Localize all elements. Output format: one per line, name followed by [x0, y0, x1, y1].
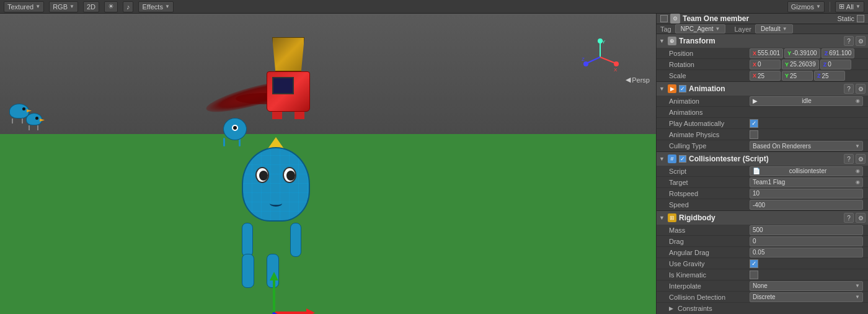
- rot-y-box[interactable]: Y 25.26039: [782, 60, 819, 70]
- animation-enable-checkbox[interactable]: ✓: [679, 85, 686, 92]
- rigidbody-component: ▼ ⊞ Rigidbody ? ⚙ Mass 500: [657, 211, 868, 314]
- bird-eye-1: [22, 107, 25, 110]
- collisiontester-component: ▼ # ✓ Collisiontester (Script) ? ⚙ Scrip…: [657, 152, 868, 211]
- collisiontester-header[interactable]: ▼ # ✓ Collisiontester (Script) ? ⚙: [657, 152, 868, 166]
- gizmos-button[interactable]: Gizmos ▼: [787, 1, 825, 12]
- effects-selector[interactable]: Effects ▼: [138, 1, 173, 12]
- position-row: Position X 555.001 Y -0.39100 Z 691.100: [657, 48, 868, 59]
- transform-header[interactable]: ▼ ⊕ Transform ? ⚙: [657, 34, 868, 48]
- play-auto-checkbox[interactable]: ✓: [750, 119, 758, 128]
- animation-title: Animation: [689, 84, 841, 93]
- rotspeed-label: Rotspeed: [669, 190, 750, 197]
- is-kinematic-checkbox[interactable]: [750, 271, 758, 279]
- object-active-checkbox[interactable]: [660, 15, 668, 22]
- layer-label: Layer: [734, 25, 751, 33]
- rot-z-box[interactable]: Z 0: [820, 60, 851, 70]
- rotspeed-input[interactable]: 10: [750, 189, 863, 199]
- rot-x-box[interactable]: X 0: [750, 60, 781, 70]
- pos-x-box[interactable]: X 555.001: [750, 48, 783, 58]
- animation-clip-row: Animation ▶ idle ◉: [657, 96, 868, 107]
- interpolate-text: None: [753, 282, 768, 289]
- angular-drag-text: 0.05: [753, 249, 764, 256]
- speed-value: -400: [750, 200, 863, 210]
- animate-physics-checkbox[interactable]: [750, 130, 758, 139]
- rigidbody-collapse-arrow: ▼: [659, 215, 665, 221]
- mass-input[interactable]: 500: [750, 225, 863, 235]
- blender-feet: [272, 112, 304, 119]
- animation-settings-button[interactable]: ⚙: [856, 84, 866, 94]
- collisiontester-content: Script 📄 collisiontester ◉ Target: [657, 166, 868, 210]
- tag-label: Tag: [660, 25, 671, 33]
- layers-label: ⊞: [839, 2, 844, 11]
- color-mode-label: RGB: [53, 3, 68, 11]
- culling-type-text: Based On Renderers: [753, 143, 811, 150]
- squid-small-character: [223, 118, 247, 146]
- view-2d-button[interactable]: 2D: [83, 1, 99, 12]
- pos-y-box[interactable]: Y -0.39100: [784, 48, 820, 58]
- object-static-label: Static: [837, 15, 854, 22]
- collisiontester-enable-checkbox[interactable]: ✓: [679, 155, 686, 163]
- squid-arms: [242, 223, 310, 257]
- scene-viewport[interactable]: Y X Z ◀ Persp: [0, 14, 656, 314]
- interpolate-row: Interpolate None ▼: [657, 280, 868, 292]
- audio-button[interactable]: ♪: [123, 1, 134, 12]
- collisiontester-settings-button[interactable]: ⚙: [856, 154, 866, 164]
- squid-mouth: [270, 200, 282, 207]
- transform-settings-button[interactable]: ⚙: [856, 36, 866, 46]
- scale-x-box[interactable]: X 25: [750, 71, 781, 81]
- squid-small-body: [223, 118, 247, 140]
- collisiontester-help-button[interactable]: ?: [844, 154, 854, 164]
- angular-drag-label: Angular Drag: [669, 249, 750, 256]
- use-gravity-row: Use Gravity ✓: [657, 258, 868, 269]
- angular-drag-input[interactable]: 0.05: [750, 248, 863, 258]
- rigidbody-settings-button[interactable]: ⚙: [856, 213, 866, 223]
- collisiontester-title: Collisiontester (Script): [689, 155, 841, 163]
- rigidbody-header[interactable]: ▼ ⊞ Rigidbody ? ⚙: [657, 211, 868, 225]
- gizmos-label: Gizmos: [791, 3, 814, 11]
- object-static-checkbox[interactable]: [857, 15, 864, 22]
- animations-row: Animations: [657, 107, 868, 118]
- persp-arrow: ◀: [626, 76, 631, 84]
- target-arrow: ◉: [856, 179, 860, 185]
- collision-detection-selector[interactable]: Discrete ▼: [750, 292, 863, 302]
- pos-z-box[interactable]: Z 691.100: [822, 48, 855, 58]
- interpolate-selector[interactable]: None ▼: [750, 281, 863, 291]
- animation-help-button[interactable]: ?: [844, 84, 854, 94]
- bird-leg-r-2: [37, 125, 38, 130]
- gizmos-arrow: ▼: [816, 4, 821, 9]
- layer-selector[interactable]: Default ▼: [755, 24, 793, 34]
- drag-input[interactable]: 0: [750, 236, 863, 246]
- transform-icon: ⊕: [668, 37, 676, 45]
- tag-layer-row: Tag NPC_Agent ▼ Layer Default ▼: [657, 24, 868, 34]
- rotspeed-value: 10: [750, 189, 863, 199]
- bird-character-2: [26, 113, 42, 130]
- culling-type-row: Culling Type Based On Renderers ▼: [657, 140, 868, 151]
- scale-z-letter: Z: [817, 73, 821, 79]
- drag-label: Drag: [669, 238, 750, 245]
- target-row: Target Team1 Flag ◉: [657, 177, 868, 188]
- scale-z-box[interactable]: Z 25: [814, 71, 845, 81]
- culling-type-selector[interactable]: Based On Renderers ▼: [750, 141, 863, 151]
- animation-header[interactable]: ▼ ▶ ✓ Animation ? ⚙: [657, 82, 868, 96]
- animation-clip-selector[interactable]: ▶ idle ◉: [750, 96, 863, 106]
- layers-selector[interactable]: ⊞ All ▼: [835, 1, 864, 12]
- transform-title: Transform: [679, 37, 841, 45]
- color-mode-selector[interactable]: RGB ▼: [49, 1, 78, 12]
- script-selector[interactable]: 📄 collisiontester ◉: [750, 166, 863, 176]
- sun-icon-button[interactable]: ☀: [104, 1, 118, 12]
- tag-selector[interactable]: NPC_Agent ▼: [675, 24, 726, 34]
- object-header: ⚙ Team One member Static: [657, 14, 868, 24]
- render-mode-selector[interactable]: Textured ▼: [4, 1, 44, 12]
- target-selector[interactable]: Team1 Flag ◉: [750, 177, 863, 187]
- speed-input[interactable]: -400: [750, 200, 863, 210]
- squid-leg-left: [242, 254, 254, 288]
- animation-content: Animation ▶ idle ◉ Animations: [657, 96, 868, 151]
- interpolate-label: Interpolate: [669, 282, 750, 290]
- transform-help-button[interactable]: ?: [844, 36, 854, 46]
- rotspeed-text: 10: [753, 190, 760, 197]
- animations-label: Animations: [669, 109, 750, 116]
- use-gravity-checkbox[interactable]: ✓: [750, 259, 758, 268]
- layer-value-text: Default: [761, 25, 781, 32]
- rigidbody-help-button[interactable]: ?: [844, 213, 854, 223]
- scale-y-box[interactable]: Y 25: [782, 71, 813, 81]
